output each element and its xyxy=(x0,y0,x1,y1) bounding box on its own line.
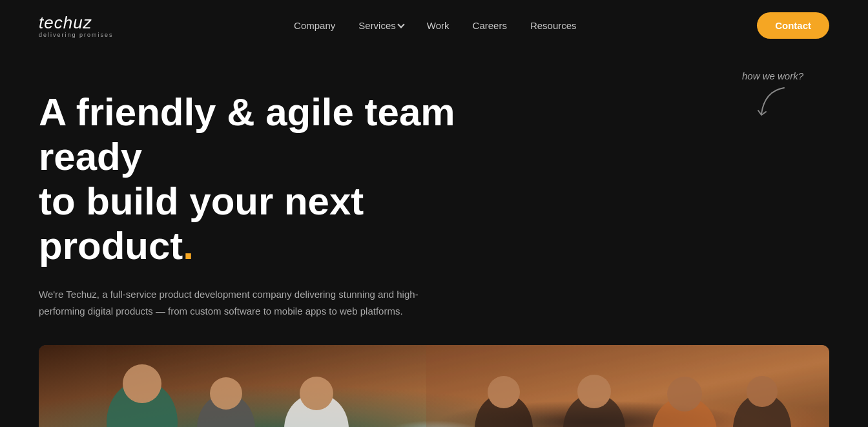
how-we-work-label: how we work? xyxy=(742,70,803,81)
hero-headline: A friendly & agile team ready to build y… xyxy=(39,90,478,268)
nav-item-careers[interactable]: Careers xyxy=(473,20,507,32)
nav-link-careers[interactable]: Careers xyxy=(473,20,507,31)
brand-tagline: delivering promises xyxy=(39,32,114,38)
nav-link-work[interactable]: Work xyxy=(427,20,450,31)
video-section xyxy=(39,345,829,427)
nav-links: Company Services Work Careers Resources xyxy=(294,20,577,32)
arrow-curve-icon xyxy=(752,85,790,123)
svg-point-2 xyxy=(123,364,161,403)
nav-item-services[interactable]: Services xyxy=(358,20,404,31)
navbar: techuz delivering promises Company Servi… xyxy=(0,0,868,51)
nav-item-work[interactable]: Work xyxy=(427,20,450,32)
nav-item-company[interactable]: Company xyxy=(294,20,335,32)
svg-point-4 xyxy=(210,377,242,410)
svg-rect-16 xyxy=(426,345,829,427)
video-illustration xyxy=(39,345,829,427)
video-thumbnail xyxy=(39,345,829,427)
contact-button[interactable]: Contact xyxy=(757,12,829,39)
brand-name: techuz xyxy=(39,13,114,33)
nav-item-resources[interactable]: Resources xyxy=(530,20,577,32)
nav-link-resources[interactable]: Resources xyxy=(530,20,577,31)
hero-section: A friendly & agile team ready to build y… xyxy=(0,51,868,319)
nav-link-company[interactable]: Company xyxy=(294,20,335,31)
how-we-work-annotation: how we work? xyxy=(742,70,803,126)
hero-description: We're Techuz, a full-service product dev… xyxy=(39,286,426,319)
nav-link-services[interactable]: Services xyxy=(358,20,404,31)
chevron-down-icon xyxy=(397,21,404,28)
svg-point-6 xyxy=(300,377,333,410)
logo[interactable]: techuz delivering promises xyxy=(39,13,114,38)
